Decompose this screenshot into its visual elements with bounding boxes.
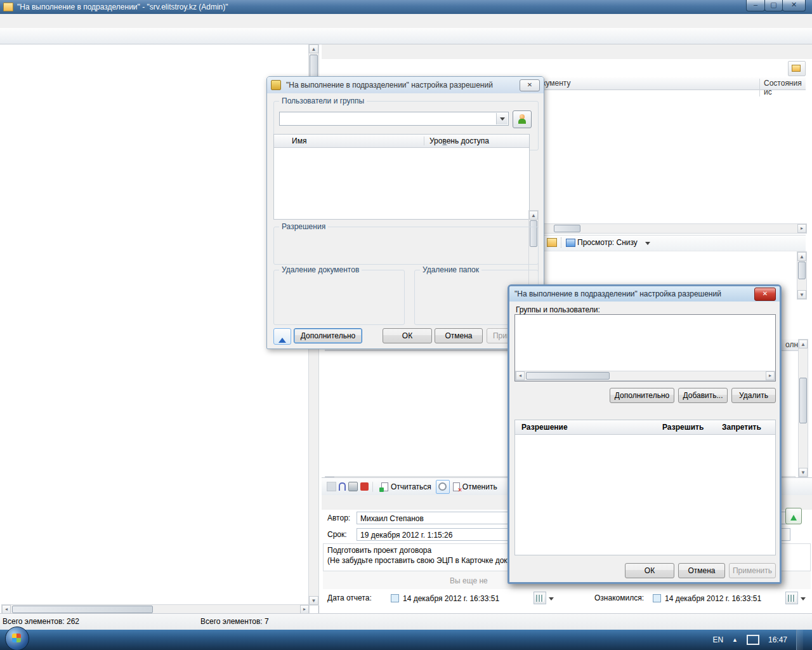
clock[interactable]: 16:47 <box>768 635 787 644</box>
folder-up-icon[interactable] <box>547 238 557 247</box>
close-button[interactable]: ✕ <box>782 0 806 11</box>
network-icon[interactable] <box>747 635 759 645</box>
advanced-button[interactable]: Дополнительно <box>294 328 362 343</box>
calendar-icon[interactable] <box>785 592 798 604</box>
chevron-down-icon[interactable] <box>549 597 554 603</box>
ok-button[interactable]: ОК <box>383 328 432 343</box>
title-bar: "На выполнение в подразделении" - "srv.e… <box>0 0 812 14</box>
scroll-up-arrow[interactable]: ▲ <box>797 252 806 261</box>
report-date-checkbox[interactable] <box>391 594 399 602</box>
add-button[interactable]: Добавить... <box>678 388 728 403</box>
column-header-permission: Разрешение <box>515 423 656 432</box>
attachments-scrollbar[interactable]: ▲ ▼ <box>797 251 807 300</box>
ok-button[interactable]: ОК <box>625 563 674 578</box>
chevron-down-icon[interactable] <box>645 242 650 248</box>
scroll-down-arrow[interactable]: ▼ <box>799 468 808 477</box>
column-header-access-level[interactable]: Уровень доступа <box>424 136 529 145</box>
clock-button[interactable] <box>436 480 450 494</box>
taskbar: EN ▲ 16:47 <box>0 630 812 650</box>
scrollbar-thumb[interactable] <box>799 378 807 423</box>
clock-icon <box>438 482 447 491</box>
scroll-down-arrow[interactable]: ▼ <box>309 596 318 605</box>
scrollbar-thumb[interactable] <box>798 262 806 279</box>
scrollbar-thumb[interactable] <box>554 225 580 232</box>
preview-icon <box>566 239 575 247</box>
pdf-export-icon[interactable] <box>360 482 369 491</box>
start-button[interactable] <box>5 627 29 650</box>
dialog-title: "На выполнение в подразделении" настройк… <box>286 81 493 90</box>
column-header-states[interactable]: Состояния ис <box>759 79 806 96</box>
ack-checkbox[interactable] <box>653 594 661 602</box>
green-up-arrow-button[interactable] <box>785 508 802 524</box>
tray-expand-icon[interactable]: ▲ <box>732 637 738 643</box>
remove-button[interactable]: Удалить <box>731 388 776 403</box>
permissions-table-header: Разрешение Разрешить Запретить <box>515 420 775 435</box>
main-toolbar <box>0 28 812 44</box>
scroll-up-arrow[interactable]: ▲ <box>529 211 538 220</box>
preview-mode-label[interactable]: Просмотр: Снизу <box>577 238 638 247</box>
dialog-close-button[interactable]: ✕ <box>520 79 540 91</box>
permissions-groupbox: Разрешения <box>273 227 539 265</box>
view-tabs <box>322 44 812 59</box>
status-total-items-2: Всего элементов: 7 <box>200 617 269 626</box>
status-bar: Всего элементов: 262 Всего элементов: 7 <box>0 613 812 630</box>
report-date-value[interactable]: 14 декабря 2012 г. 16:33:51 <box>399 592 534 604</box>
archive-icon[interactable] <box>348 482 358 491</box>
groups-listbox: ◂ ▸ <box>514 314 776 381</box>
cancel-button[interactable]: Отмена <box>678 563 725 578</box>
scroll-down-arrow[interactable]: ▼ <box>797 290 806 299</box>
groups-horizontal-scrollbar[interactable]: ◂ ▸ <box>515 371 775 381</box>
scroll-right-arrow[interactable]: ▸ <box>797 224 806 233</box>
collapse-button[interactable] <box>273 328 291 345</box>
dialog-title-bar[interactable]: "На выполнение в подразделении" настройк… <box>267 77 544 93</box>
advanced-button[interactable]: Дополнительно <box>610 388 674 403</box>
scroll-up-arrow[interactable]: ▲ <box>799 340 808 348</box>
panel-options-icon[interactable] <box>788 61 806 76</box>
scroll-right-arrow[interactable]: ▸ <box>300 605 309 614</box>
dialog-title-bar[interactable]: "На выполнение в подразделении" настройк… <box>509 286 780 302</box>
cancel-task-button[interactable]: Отменить <box>452 480 499 494</box>
scrollbar-thumb[interactable] <box>12 606 153 613</box>
ack-label: Ознакомился: <box>556 594 653 602</box>
language-indicator[interactable]: EN <box>712 635 723 644</box>
dialog-close-button[interactable]: ✕ <box>754 288 776 301</box>
scroll-left-arrow[interactable]: ◂ <box>516 371 525 380</box>
sort-ascending-icon <box>442 140 447 145</box>
report-button[interactable]: Отчитаться <box>381 480 433 494</box>
menu-bar <box>0 14 812 29</box>
scroll-up-arrow[interactable]: ▲ <box>309 44 318 53</box>
scroll-left-arrow[interactable]: ◂ <box>2 605 11 614</box>
save-icon[interactable] <box>327 482 336 491</box>
window-title: "На выполнение в подразделении" - "srv.e… <box>17 3 228 11</box>
calendar-icon[interactable] <box>534 592 546 604</box>
groupbox-label: Разрешения <box>279 222 328 231</box>
permissions-dialog: "На выполнение в подразделении" настройк… <box>266 76 544 349</box>
column-header-document[interactable]: кументу <box>542 79 570 88</box>
note-text: Вы еще не <box>450 576 488 585</box>
user-search-combobox[interactable] <box>279 112 509 126</box>
permissions-dialog-icon <box>271 80 281 90</box>
chevron-down-icon[interactable] <box>801 597 806 603</box>
combo-dropdown-button[interactable] <box>496 113 508 124</box>
permissions-table: Разрешение Разрешить Запретить <box>514 420 776 555</box>
system-tray: EN ▲ 16:47 <box>712 630 812 650</box>
due-label: Срок: <box>322 530 357 539</box>
maximize-button[interactable]: ▢ <box>764 0 783 11</box>
grid-header-fragment: олн <box>785 340 798 349</box>
groupbox-label: Удаление документов <box>279 265 362 274</box>
cancel-button[interactable]: Отмена <box>435 328 483 343</box>
status-total-items: Всего элементов: 262 <box>3 617 79 626</box>
task-grid-vertical-scrollbar[interactable]: ▲ ▼ <box>798 339 808 477</box>
scrollbar-thumb[interactable] <box>526 372 610 380</box>
groupbox-label: Удаление папок <box>420 265 481 274</box>
report-date-row: Дата отчета: 14 декабря 2012 г. 16:33:51… <box>322 592 812 604</box>
scroll-right-arrow[interactable]: ▸ <box>766 371 775 380</box>
column-header-name[interactable]: Имя <box>274 136 424 145</box>
apply-button[interactable]: Применить <box>729 563 776 578</box>
show-desktop-button[interactable] <box>796 630 803 650</box>
minimize-button[interactable]: – <box>746 0 765 11</box>
add-user-button[interactable] <box>513 110 532 128</box>
ack-date-value[interactable]: 14 декабря 2012 г. 16:33:51 <box>661 592 785 604</box>
paperclip-icon[interactable] <box>339 482 346 491</box>
permissions-dialog-advanced: "На выполнение в подразделении" настройк… <box>508 284 782 584</box>
